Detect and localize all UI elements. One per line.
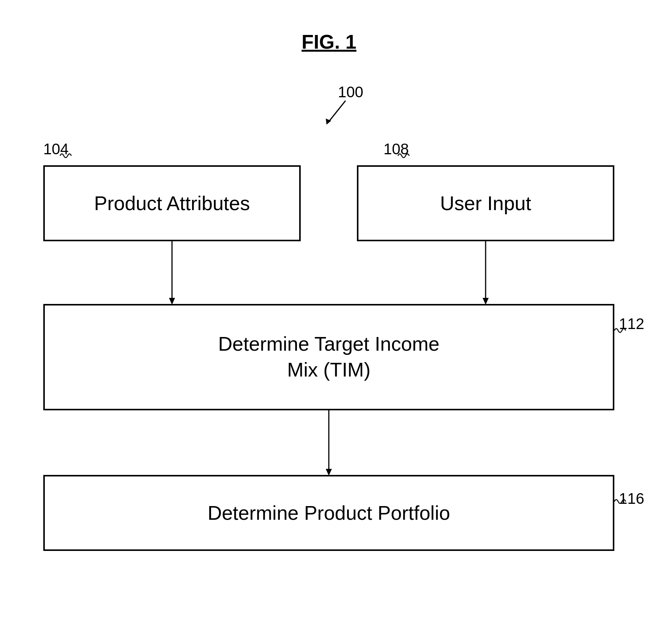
label-104: 104 xyxy=(43,141,69,158)
user-input-label: User Input xyxy=(440,192,531,215)
svg-line-0 xyxy=(329,101,346,122)
diagram-container: FIG. 1 100 104 108 xyxy=(0,0,658,644)
box-product-attributes: Product Attributes xyxy=(43,165,301,241)
label-108: 108 xyxy=(383,141,409,158)
label-100: 100 xyxy=(338,84,363,101)
portfolio-label: Determine Product Portfolio xyxy=(208,502,450,524)
box-tim: Determine Target Income Mix (TIM) xyxy=(43,304,614,410)
label-116: 116 xyxy=(619,490,644,507)
box-portfolio: Determine Product Portfolio xyxy=(43,475,614,551)
figure-title: FIG. 1 xyxy=(301,30,356,53)
tim-label: Determine Target Income Mix (TIM) xyxy=(218,331,440,383)
svg-marker-1 xyxy=(326,119,331,125)
box-user-input: User Input xyxy=(357,165,614,241)
label-112: 112 xyxy=(619,315,644,332)
product-attributes-label: Product Attributes xyxy=(94,192,250,215)
